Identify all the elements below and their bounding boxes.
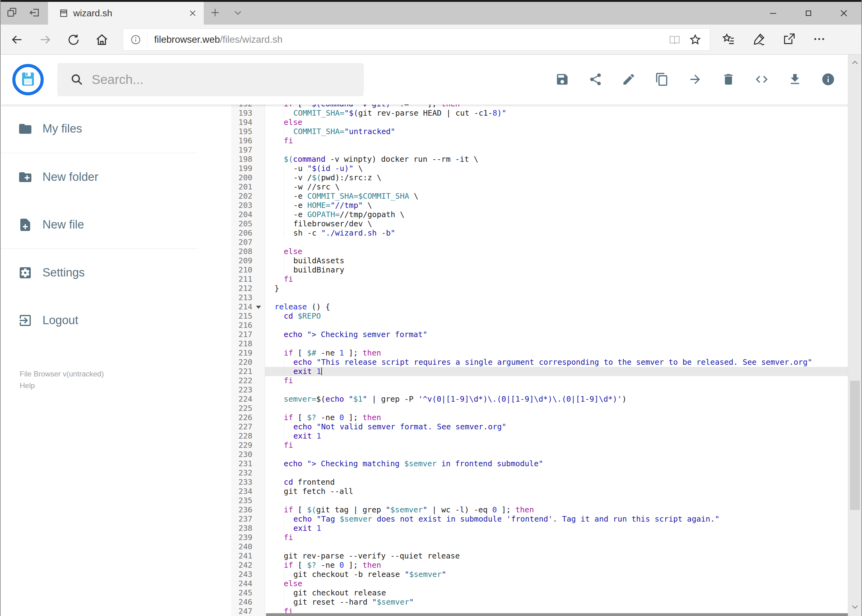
code-line[interactable]: 240 — [232, 542, 861, 552]
favorite-star-icon[interactable] — [689, 33, 702, 46]
code-line[interactable]: 196 fi — [232, 136, 861, 146]
minimize-button[interactable] — [755, 2, 791, 25]
maximize-button[interactable] — [791, 2, 826, 25]
code-line[interactable]: 244 else — [232, 579, 861, 588]
sidebar-item-my-files[interactable]: My files — [1, 105, 232, 153]
fold-arrow-icon[interactable] — [256, 306, 261, 309]
code-line[interactable]: 246 git reset --hard "$semver" — [232, 597, 861, 607]
code-line[interactable]: 234 git fetch --all — [232, 487, 861, 496]
new-tab-button[interactable] — [204, 2, 227, 25]
more-actions-button[interactable] — [808, 28, 830, 51]
code-line[interactable]: 218 — [232, 339, 861, 349]
set-tabs-aside-button[interactable] — [24, 2, 46, 25]
code-line[interactable]: 241 git rev-parse --verify --quiet relea… — [232, 552, 861, 561]
code-line[interactable]: 216 — [232, 321, 861, 330]
code-line[interactable]: 236 if [ $(git tag | grep "$semver" | wc… — [232, 505, 861, 514]
code-line[interactable]: 243 git checkout -b release "$semver" — [232, 570, 861, 579]
code-line[interactable]: 228 exit 1 — [232, 432, 861, 441]
page-scrollbar[interactable] — [848, 55, 861, 616]
edit-button[interactable] — [619, 70, 638, 90]
refresh-button[interactable] — [64, 30, 83, 49]
code-line[interactable]: 232 — [232, 468, 861, 478]
code-line[interactable]: 200 -v /$(pwd):/src:z \ — [232, 173, 861, 182]
code-line[interactable]: 222 fi — [232, 376, 861, 385]
forward-button[interactable] — [36, 30, 55, 49]
move-button[interactable] — [686, 70, 705, 90]
tab-list-dropdown-button[interactable] — [227, 2, 249, 25]
code-editor[interactable]: 192 if [ "$(command -v git)" != "" ]; th… — [232, 105, 861, 616]
code-line[interactable]: 235 — [232, 496, 861, 505]
code-line[interactable]: 230 — [232, 450, 861, 459]
code-line[interactable]: 197 — [232, 146, 861, 155]
code-line[interactable]: 193 COMMIT_SHA="$(git rev-parse HEAD | c… — [232, 108, 861, 118]
code-line[interactable]: 211 fi — [232, 275, 861, 284]
annotate-button[interactable] — [748, 28, 770, 51]
delete-button[interactable] — [719, 70, 738, 90]
home-button[interactable] — [92, 30, 112, 49]
code-line[interactable]: 229 fi — [232, 441, 861, 450]
code-line[interactable]: 239 fi — [232, 533, 861, 542]
code-line[interactable]: 210 buildBinary — [232, 266, 861, 275]
code-line[interactable]: 226 if [ $? -ne 0 ]; then — [232, 413, 861, 422]
raw-code-button[interactable] — [752, 70, 772, 90]
tab-close-icon[interactable] — [188, 9, 197, 17]
close-button[interactable] — [826, 2, 861, 25]
code-line[interactable]: 192 if [ "$(command -v git)" != "" ]; th… — [232, 105, 861, 108]
tab-wizard-sh[interactable]: wizard.sh — [48, 2, 204, 25]
code-line[interactable]: 221 exit 1 — [232, 367, 861, 376]
sidebar-item-settings[interactable]: Settings — [1, 249, 232, 297]
info-button[interactable] — [818, 70, 838, 90]
code-line[interactable]: 237 echo "Tag $semver does not exist in … — [232, 514, 861, 524]
code-line[interactable]: 231 echo "> Checking matching $semver in… — [232, 459, 861, 468]
code-line[interactable]: 206 sh -c "./wizard.sh -b" — [232, 228, 861, 238]
code-line[interactable]: 213 — [232, 293, 861, 302]
editor-horizontal-scrollbar[interactable] — [266, 613, 859, 616]
code-line[interactable]: 195 COMMIT_SHA="untracked" — [232, 127, 861, 136]
code-line[interactable]: 220 echo "This release script requires a… — [232, 358, 861, 367]
code-line[interactable]: 209 buildAssets — [232, 256, 861, 266]
scroll-down-icon[interactable] — [851, 602, 859, 612]
share-page-button[interactable] — [778, 28, 800, 51]
code-line[interactable]: 201 -w //src \ — [232, 182, 861, 192]
code-line[interactable]: 225 — [232, 404, 861, 413]
code-line[interactable]: 207 — [232, 238, 861, 247]
filebrowser-logo[interactable] — [12, 64, 44, 95]
back-button[interactable] — [7, 30, 27, 49]
search-input[interactable] — [91, 72, 364, 87]
code-line[interactable]: 205 filebrowser/dev \ — [232, 219, 861, 228]
code-line[interactable]: 233 cd frontend — [232, 478, 861, 487]
code-line[interactable]: 224 semver=$(echo "$1" | grep -P '^v(0|[… — [232, 394, 861, 404]
copy-button[interactable] — [652, 70, 672, 90]
help-link[interactable]: Help — [20, 380, 232, 391]
code-line[interactable]: 215 cd $REPO — [232, 311, 861, 321]
code-line[interactable]: 214release () { — [232, 302, 861, 311]
share-button[interactable] — [586, 70, 605, 90]
search-box[interactable] — [57, 63, 364, 96]
code-line[interactable]: 203 -e HOME="//tmp" \ — [232, 201, 861, 210]
sidebar-item-new-file[interactable]: New file — [1, 201, 232, 248]
scroll-up-icon[interactable] — [851, 58, 859, 68]
code-line[interactable]: 204 -e GOPATH=//tmp/gopath \ — [232, 210, 861, 219]
code-line[interactable]: 242 if [ $? -ne 0 ]; then — [232, 561, 861, 570]
site-info-icon[interactable] — [130, 34, 142, 46]
code-line[interactable]: 208 else — [232, 247, 861, 256]
sidebar-item-logout[interactable]: Logout — [1, 297, 232, 344]
sidebar-item-new-folder[interactable]: New folder — [1, 153, 232, 201]
download-button[interactable] — [785, 70, 805, 90]
code-line[interactable]: 212} — [232, 284, 861, 293]
tab-preview-button[interactable] — [1, 2, 24, 25]
code-line[interactable]: 198 $(command -v winpty) docker run --rm… — [232, 155, 861, 164]
code-line[interactable]: 223 — [232, 385, 861, 394]
code-line[interactable]: 199 -u "$(id -u)" \ — [232, 164, 861, 173]
code-line[interactable]: 219 if [ $# -ne 1 ]; then — [232, 349, 861, 358]
code-line[interactable]: 194 else — [232, 118, 861, 127]
code-line[interactable]: 202 -e COMMIT_SHA=$COMMIT_SHA \ — [232, 192, 861, 201]
scrollbar-thumb[interactable] — [850, 381, 860, 510]
reading-view-icon[interactable] — [668, 33, 681, 46]
url-bar[interactable]: filebrowser.web/files/wizard.sh — [123, 28, 710, 50]
code-line[interactable]: 227 echo "Not valid semver format. See s… — [232, 422, 861, 432]
code-line[interactable]: 217 echo "> Checking semver format" — [232, 330, 861, 339]
code-line[interactable]: 245 git checkout release — [232, 588, 861, 597]
save-button[interactable] — [552, 70, 572, 90]
favorites-hub-button[interactable] — [718, 28, 740, 51]
